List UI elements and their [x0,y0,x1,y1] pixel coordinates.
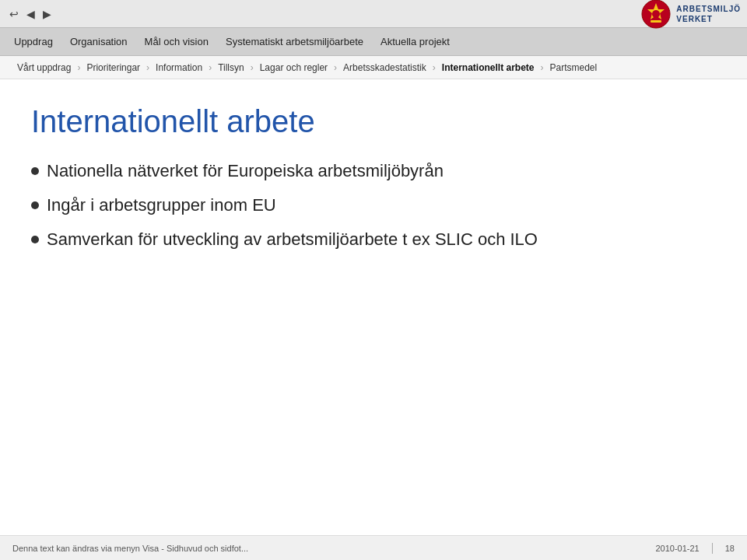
breadcrumb-arbetsskadestatistik[interactable]: Arbetsskadestatistik [338,62,431,73]
footer-date: 2010-01-21 [655,544,699,553]
nav-item-aktuella-projekt[interactable]: Aktuella projekt [373,31,458,52]
forward-button[interactable]: ▶ [40,6,54,22]
breadcrumb-partsmedel[interactable]: Partsmedel [545,62,601,73]
breadcrumb-sep-4: › [249,62,255,73]
breadcrumb-sep-5: › [332,62,338,73]
footer-hint: Denna text kan ändras via menyn Visa - S… [12,544,248,553]
nav-item-mal-och-vision[interactable]: Mål och vision [137,31,216,52]
breadcrumb-internationellt-arbete[interactable]: Internationellt arbete [437,62,539,73]
toolbar: ↩ ◀ ▶ ARBETSMILJÖ VERKET [0,0,747,28]
footer-divider [712,543,713,554]
list-item: Samverkan för utveckling av arbetsmiljöa… [31,229,716,250]
logo-area: ARBETSMILJÖ VERKET [640,0,741,30]
undo-button[interactable]: ↩ [6,6,22,22]
footer-right: 2010-01-21 18 [655,543,735,554]
breadcrumb-tillsyn[interactable]: Tillsyn [213,62,249,73]
nav-item-uppdrag[interactable]: Uppdrag [6,31,61,52]
breadcrumb-vart-uppdrag[interactable]: Vårt uppdrag [12,62,75,73]
footer: Denna text kan ändras via menyn Visa - S… [0,535,747,560]
breadcrumb-navigation: Vårt uppdrag › Prioriteringar › Informat… [0,56,747,79]
breadcrumb-sep-6: › [431,62,437,73]
breadcrumb-sep-1: › [75,62,82,73]
breadcrumb-sep-3: › [207,62,213,73]
breadcrumb-prioriteringar[interactable]: Prioriteringar [82,62,145,73]
breadcrumb-sep-2: › [145,62,151,73]
footer-slide-number: 18 [725,544,735,553]
bullet-dot-1 [31,167,39,175]
bullet-dot-2 [31,201,39,209]
bullet-text-3: Samverkan för utveckling av arbetsmiljöa… [47,229,538,250]
logo-emblem [640,0,672,30]
nav-item-organisation[interactable]: Organisation [62,31,135,52]
list-item: Ingår i arbetsgrupper inom EU [31,195,716,215]
slide-title: Internationellt arbete [31,104,716,139]
logo-text: ARBETSMILJÖ VERKET [676,4,741,24]
main-navigation: Uppdrag Organisation Mål och vision Syst… [0,28,747,56]
slide-content: Internationellt arbete Nationella nätver… [0,79,747,279]
bullet-text-1: Nationella nätverket för Europeiska arbe… [47,161,444,181]
bullet-dot-3 [31,236,39,243]
list-item: Nationella nätverket för Europeiska arbe… [31,161,716,181]
bullet-text-2: Ingår i arbetsgrupper inom EU [47,195,276,215]
breadcrumb-information[interactable]: Information [151,62,207,73]
nav-item-systematiskt[interactable]: Systematiskt arbetsmiljöarbete [218,31,371,52]
svg-rect-3 [651,20,661,23]
breadcrumb-lagar-och-regler[interactable]: Lagar och regler [255,62,332,73]
back-button[interactable]: ◀ [23,6,38,22]
svg-point-2 [652,10,660,18]
bullet-list: Nationella nätverket för Europeiska arbe… [31,161,716,250]
breadcrumb-sep-7: › [538,62,545,73]
